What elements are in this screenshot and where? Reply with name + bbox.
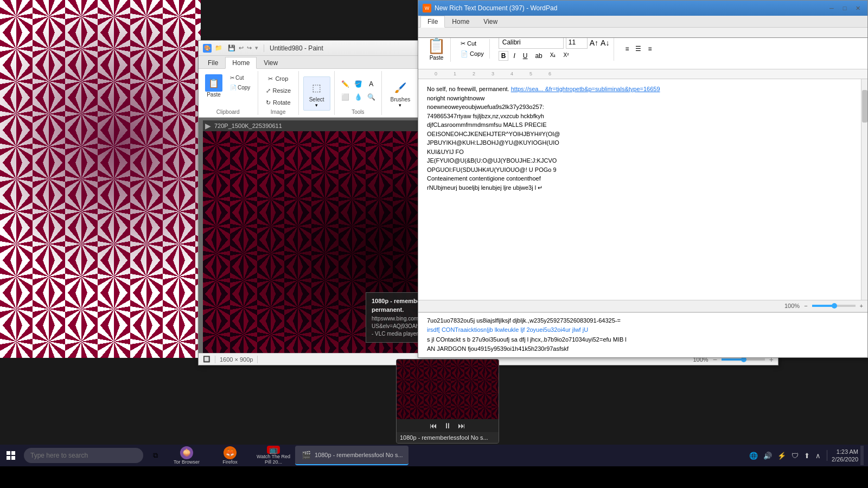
vlc-taskbar-btn[interactable]: 🎬 1080p - rememberlessfool No s... (295, 446, 409, 465)
paint-title-text: Untitled980 - Paint (270, 44, 323, 52)
paste-button[interactable]: 📋 Paste (203, 73, 225, 108)
wp-cut-copy: ✂ Cut 📄 Copy (455, 39, 490, 59)
wordpad-close-btn[interactable]: ✕ (852, 3, 863, 13)
wp-paste-group[interactable]: 📋 Paste (423, 36, 451, 62)
watch-redpill-label: Watch The Red Pill 20... (253, 454, 294, 465)
wordpad-tab-home[interactable]: Home (445, 16, 476, 27)
shield-tray-icon[interactable]: 🛡 (790, 451, 800, 461)
wp-fontsize-selector[interactable]: 11 (566, 37, 588, 49)
rotate-button[interactable]: ↻ Rotate (263, 97, 293, 108)
wp-superscript-btn[interactable]: X² (560, 51, 571, 61)
paint-tab-view[interactable]: View (257, 57, 285, 68)
brushes-button[interactable]: 🖌️ Brushes ▾ (386, 77, 415, 110)
wp-bottom-pane[interactable]: 7uo21uo7832ou5j us8iajslfljlksjf djbljk.… (418, 312, 867, 357)
desktop: W New Rich Text Document (397) - WordPad… (0, 0, 868, 466)
wp-align-left[interactable]: ≡ (623, 44, 631, 54)
crop-button[interactable]: ✂ Crop (265, 73, 291, 84)
paint-tab-home[interactable]: Home (225, 57, 257, 69)
fill-tool[interactable]: 🪣 (352, 78, 364, 90)
search-bar[interactable] (24, 448, 143, 463)
vlc-play-btn[interactable]: ⏸ (444, 421, 451, 430)
wp-zoom-slider[interactable] (812, 305, 856, 307)
wp-decrease-font[interactable]: A↓ (601, 38, 609, 47)
taskview-btn[interactable]: ⧉ (145, 446, 165, 465)
wp-increase-font[interactable]: A↑ (590, 38, 598, 47)
copy-label: Copy (238, 85, 250, 91)
pencil-tool[interactable]: ✏️ (339, 78, 351, 90)
zoom-fill (722, 358, 743, 361)
battery-tray-icon[interactable]: ⚡ (776, 451, 788, 461)
wp-bold-btn[interactable]: B (499, 51, 509, 61)
wp-align-right[interactable]: ≡ (646, 44, 654, 54)
clipboard-content: 📋 Paste ✂ Cut 📄 Copy (203, 71, 253, 108)
firefox-icon: 🦊 (224, 446, 237, 459)
wordpad-maximize-btn[interactable]: □ (839, 3, 850, 13)
volume-tray-icon[interactable]: 🔊 (762, 451, 774, 461)
zoom-slider[interactable] (722, 358, 765, 361)
chevron-tray-icon[interactable]: ∧ (814, 451, 822, 461)
cut-label: Cut (235, 75, 244, 81)
update-tray-icon[interactable]: ⬆ (802, 451, 812, 461)
start-button[interactable] (0, 445, 22, 466)
wp-line3: noewneoweyeoubjwuefua9s2lk37y293o257: (427, 102, 852, 112)
show-desktop-btn[interactable] (860, 446, 864, 465)
select-label: Select (309, 97, 324, 102)
clipboard-label: Clipboard (203, 108, 253, 115)
wp-content[interactable]: No self, no freewill, permanent. https:/… (418, 79, 861, 300)
vlc-next-btn[interactable]: ⏭ (458, 421, 465, 430)
system-clock[interactable]: 1:23 AM 2/26/2020 (832, 448, 858, 464)
taskbar-dock: 🧅 Tor Browser 🦊 Firefox 📺 Watch The Red … (165, 445, 295, 466)
wp-zoom-plus[interactable]: + (860, 303, 863, 309)
eraser-tool[interactable]: ⬜ (339, 91, 351, 103)
wp-scrollbar-thumb[interactable] (862, 90, 867, 123)
copy-icon: 📄 (230, 85, 237, 91)
wordpad-minimize-btn[interactable]: ─ (826, 3, 837, 13)
network-tray-icon[interactable]: 🌐 (748, 451, 760, 461)
copy-button[interactable]: 📄 Copy (227, 83, 253, 92)
wp-ruler: 0 1 2 3 4 5 6 (418, 69, 867, 79)
brushes-icon: 🖌️ (392, 79, 409, 97)
select-button[interactable]: ⬚ Select ▾ (303, 76, 330, 111)
wp-bottom-line3: s jl COntackt s b 27u9oi35uoufj sa dfj l… (427, 335, 859, 345)
vlc-preview-thumbnail (397, 359, 499, 419)
text-tool[interactable]: A (365, 78, 377, 90)
tor-browser-app[interactable]: 🧅 Tor Browser (165, 445, 208, 466)
wp-zoom-thumb[interactable] (832, 303, 837, 309)
wp-line5: djfCLasroommfmmdmsmfsu MALLS PRECIE (427, 120, 852, 130)
wp-link[interactable]: https://sea... &fr=tightropetb&p=sublimi… (511, 86, 660, 92)
wordpad-tab-view[interactable]: View (476, 16, 505, 27)
wp-subscript-btn[interactable]: X₂ (547, 51, 559, 61)
paste-icon: 📋 (205, 74, 222, 92)
wordpad-title-bar-top: W New Rich Text Document (397) - WordPad… (418, 0, 868, 38)
watch-redpill-app[interactable]: 📺 Watch The Red Pill 20... (252, 445, 295, 466)
cut-copy-buttons: ✂ Cut 📄 Copy (227, 73, 253, 108)
wordpad-tab-file[interactable]: File (420, 16, 445, 28)
system-tray: 🌐 🔊 ⚡ 🛡 ⬆ ∧ 1:23 AM 2/26/2020 (743, 446, 868, 465)
wp-copy-btn[interactable]: 📄 Copy (458, 49, 486, 59)
paint-tab-file[interactable]: File (201, 57, 225, 68)
ruler-4: 4 (510, 71, 513, 76)
wp-strikethrough-btn[interactable]: ab (532, 51, 545, 61)
status-sep1 (215, 356, 215, 363)
ruler-0: 0 (435, 71, 437, 76)
wp-underline-btn[interactable]: U (520, 51, 531, 61)
wp-align-center[interactable]: ☰ (633, 44, 643, 54)
resize-button[interactable]: ⤢ Resize (263, 85, 295, 96)
tools-grid: ✏️ 🪣 A ⬜ 💧 🔍 (339, 78, 377, 103)
wp-main-area: No self, no freewill, permanent. https:/… (418, 79, 867, 300)
wp-italic-btn[interactable]: I (510, 51, 518, 61)
wp-zoom-label: 100% (784, 303, 800, 309)
wp-scrollbar[interactable] (861, 79, 867, 300)
eyedropper-tool[interactable]: 💧 (352, 91, 364, 103)
wp-line12: rNUbjmeurj buoeljbj lenubjej ljre ubjwe3… (427, 183, 852, 192)
wp-cut-btn[interactable]: ✂ Cut (458, 39, 486, 48)
zoom-tool[interactable]: 🔍 (365, 91, 377, 103)
firefox-app[interactable]: 🦊 Firefox (208, 445, 252, 466)
cut-button[interactable]: ✂ Cut (227, 73, 253, 82)
wp-font-selector[interactable]: Calibri (499, 37, 564, 49)
vlc-prev-btn[interactable]: ⏮ (430, 421, 437, 430)
wp-line11: Conteainement contentigione contoenthoef (427, 174, 852, 183)
wp-zoom-minus[interactable]: − (804, 303, 807, 309)
video-play-icon[interactable]: ▶ (205, 121, 211, 130)
crop-label: Crop (275, 75, 288, 82)
